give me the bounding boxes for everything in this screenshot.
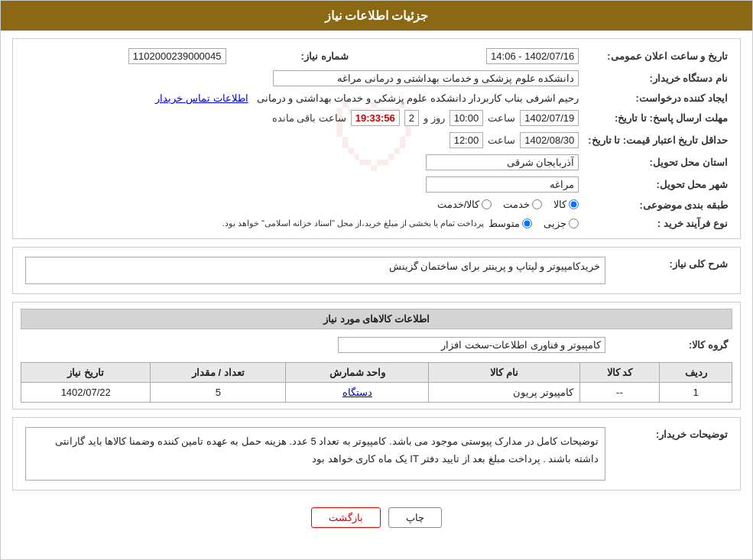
col-name: نام کالا — [429, 363, 579, 383]
send-date-box: 1402/07/19 — [520, 110, 579, 126]
col-date: تاریخ نیاز — [21, 363, 151, 383]
countdown-suffix: ساعت باقی مانده — [272, 112, 346, 124]
goods-group-table: گروه کالا: کامپیوتر و فناوری اطلاعات-سخت… — [21, 334, 732, 356]
process-partial-label: جزیی — [544, 218, 566, 229]
cell-row: 1 — [660, 383, 732, 403]
cell-date: 1402/07/22 — [21, 383, 151, 403]
contact-link[interactable]: اطلاعات تماس خریدار — [155, 92, 248, 104]
category-service-option[interactable]: خدمت — [503, 199, 542, 210]
category-goods-service-label: کالا/خدمت — [437, 199, 480, 210]
main-info-section: 🛡 تاریخ و ساعت اعلان عمومی: 1402/07/16 -… — [12, 38, 741, 239]
category-goods-radio[interactable] — [569, 199, 579, 209]
public-date-label: تاریخ و ساعت اعلان عمومی: — [583, 45, 732, 67]
goods-table: ردیف کد کالا نام کالا واحد شمارش تعداد /… — [21, 362, 732, 403]
send-time-label: ساعت — [488, 112, 515, 124]
col-code: کد کالا — [579, 363, 659, 383]
table-row: 1 -- کامپیوتر پریون دستگاه 5 1402/07/22 — [21, 383, 732, 403]
category-goods-option[interactable]: کالا — [553, 199, 579, 210]
province-box: آذربایجان شرقی — [426, 154, 579, 170]
buyer-org-value: دانشکده علوم پزشکی و خدمات بهداشتی و درم… — [21, 67, 583, 89]
category-row: کالا خدمت کالا/خدمت — [21, 196, 583, 215]
process-note: پرداخت تمام یا بخشی از مبلغ خرید،از محل … — [222, 218, 485, 228]
price-date-box: 1402/08/30 — [520, 132, 579, 148]
city-box: مراغه — [426, 176, 579, 193]
goods-section: اطلاعات کالاهای مورد نیاز گروه کالا: کام… — [12, 302, 741, 409]
description-label: شرح کلی نیاز: — [610, 254, 732, 287]
buyer-notes-label: توضیحات خریدار: — [610, 424, 732, 484]
description-value: خریدکامپیوتر و لپتاپ و پرینتر برای ساختم… — [21, 254, 610, 287]
public-date-box: 1402/07/16 - 14:06 — [486, 48, 579, 64]
process-medium-radio[interactable] — [522, 218, 532, 228]
need-number-box: 1102000239000045 — [128, 48, 226, 64]
price-time-box: 12:00 — [450, 132, 484, 148]
category-label: طبقه بندی موضوعی: — [583, 196, 732, 215]
public-date-value: 1402/07/16 - 14:06 — [384, 45, 584, 67]
price-time-label: ساعت — [488, 134, 515, 146]
goods-group-box: کامپیوتر و فناوری اطلاعات-سخت افزار — [338, 337, 605, 353]
description-table: شرح کلی نیاز: خریدکامپیوتر و لپتاپ و پری… — [21, 254, 732, 287]
main-info-table: تاریخ و ساعت اعلان عمومی: 1402/07/16 - 1… — [21, 45, 732, 232]
buyer-org-box: دانشکده علوم پزشکی و خدمات بهداشتی و درم… — [273, 70, 579, 86]
process-medium-option[interactable]: متوسط — [488, 218, 532, 229]
buyer-notes-section: توضیحات خریدار: توضیحات کامل در مدارک پی… — [12, 417, 741, 490]
button-row: چاپ بازگشت — [12, 498, 741, 534]
print-button[interactable]: چاپ — [388, 507, 442, 528]
price-deadline-row: 1402/08/30 ساعت 12:00 — [21, 129, 583, 151]
send-deadline-label: مهلت ارسال پاسخ: تا تاریخ: — [583, 107, 732, 129]
creator-value: رحیم اشرفی بناب کاربردار دانشکده علوم پز… — [21, 89, 583, 107]
goods-group-label: گروه کالا: — [610, 334, 732, 356]
page-title: جزئیات اطلاعات نیاز — [1, 1, 752, 31]
province-value: آذربایجان شرقی — [21, 151, 583, 173]
goods-section-title: اطلاعات کالاهای مورد نیاز — [21, 309, 732, 329]
unit-link[interactable]: دستگاه — [342, 387, 372, 398]
description-section: شرح کلی نیاز: خریدکامپیوتر و لپتاپ و پری… — [12, 247, 741, 294]
province-label: استان محل تحویل: — [583, 151, 732, 173]
price-deadline-label: حداقل تاریخ اعتبار قیمت: تا تاریخ: — [583, 129, 732, 151]
category-service-label: خدمت — [503, 199, 530, 210]
cell-name: کامپیوتر پریون — [429, 383, 579, 403]
creator-label: ایجاد کننده درخواست: — [583, 89, 732, 107]
process-label: نوع فرآیند خرید : — [583, 215, 732, 232]
need-number-label: شماره نیاز: — [231, 45, 353, 67]
city-label: شهر محل تحویل: — [583, 173, 732, 196]
send-days-box: 2 — [404, 110, 419, 126]
buyer-org-label: نام دستگاه خریدار: — [583, 67, 732, 89]
send-days-label: روز و — [424, 112, 445, 124]
process-row: جزیی متوسط پرداخت تمام یا بخشی از مبلغ خ… — [21, 215, 583, 232]
process-partial-radio[interactable] — [569, 218, 579, 228]
col-row: ردیف — [660, 363, 732, 383]
buyer-notes-table: توضیحات خریدار: توضیحات کامل در مدارک پی… — [21, 424, 732, 484]
goods-group-value: کامپیوتر و فناوری اطلاعات-سخت افزار — [21, 334, 610, 356]
send-time-box: 10:00 — [450, 110, 484, 126]
process-partial-option[interactable]: جزیی — [544, 218, 579, 229]
cell-quantity: 5 — [151, 383, 286, 403]
category-goods-service-option[interactable]: کالا/خدمت — [437, 199, 492, 210]
col-unit: واحد شمارش — [286, 363, 429, 383]
city-value: مراغه — [21, 173, 583, 196]
category-goods-label: کالا — [553, 199, 566, 210]
process-medium-label: متوسط — [488, 218, 520, 229]
countdown-box: 19:33:56 — [351, 110, 400, 126]
buyer-notes-box: توضیحات کامل در مدارک پیوستی موجود می با… — [25, 427, 605, 481]
need-number-value: 1102000239000045 — [21, 45, 231, 67]
creator-text: رحیم اشرفی بناب کاربردار دانشکده علوم پز… — [257, 92, 579, 104]
back-button[interactable]: بازگشت — [311, 507, 381, 528]
category-service-radio[interactable] — [532, 199, 542, 209]
cell-code: -- — [579, 383, 659, 403]
cell-unit: دستگاه — [286, 383, 429, 403]
category-goods-service-radio[interactable] — [482, 199, 492, 209]
buyer-notes-value: توضیحات کامل در مدارک پیوستی موجود می با… — [21, 424, 610, 484]
send-deadline-row: 1402/07/19 ساعت 10:00 روز و 2 19:33:56 س… — [21, 107, 583, 129]
description-box: خریدکامپیوتر و لپتاپ و پرینتر برای ساختم… — [25, 257, 605, 284]
col-quantity: تعداد / مقدار — [151, 363, 286, 383]
